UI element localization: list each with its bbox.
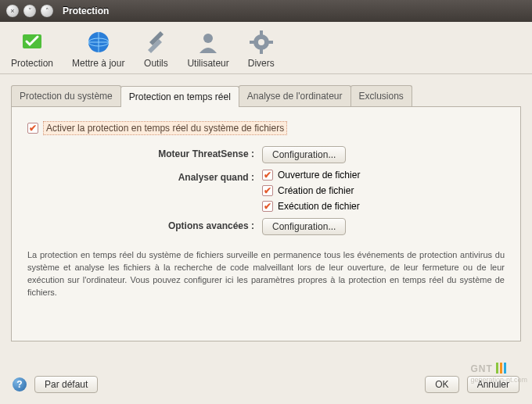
globe-icon — [86, 30, 111, 55]
toolbar-label: Mettre à jour — [72, 58, 124, 69]
advanced-options-label: Options avancées : — [27, 218, 262, 231]
tab-pane: ✔ Activer la protection en temps réel du… — [11, 107, 521, 341]
toolbar-user[interactable]: Utilisateur — [187, 30, 228, 69]
titlebar: × ˅ ˄ Protection — [0, 0, 532, 22]
toolbar-tools[interactable]: Outils — [143, 30, 168, 69]
user-icon — [196, 30, 221, 55]
toolbar-update[interactable]: Mettre à jour — [72, 30, 124, 69]
threatsense-config-button[interactable]: Configuration... — [262, 146, 346, 163]
tabstrip: Protection du système Protection en temp… — [11, 85, 521, 107]
tab-computer-scan[interactable]: Analyse de l'ordinateur — [239, 85, 351, 106]
advanced-config-button[interactable]: Configuration... — [262, 218, 346, 235]
threatsense-engine-label: Moteur ThreatSense : — [27, 146, 262, 159]
tab-system-protection[interactable]: Protection du système — [11, 85, 121, 106]
svg-rect-6 — [260, 30, 263, 35]
enable-realtime-checkbox[interactable]: ✔ — [27, 123, 38, 134]
default-button[interactable]: Par défaut — [34, 376, 98, 393]
maximize-icon[interactable]: ˄ — [41, 5, 53, 17]
ok-button[interactable]: OK — [425, 376, 458, 393]
help-icon[interactable]: ? — [13, 377, 27, 391]
toolbar: Protection Mettre à jour Outils Utilisat… — [0, 22, 532, 74]
toolbar-label: Utilisateur — [187, 58, 228, 69]
minimize-icon[interactable]: ˅ — [23, 5, 36, 17]
scan-on-execute-label: Exécution de fichier — [278, 201, 360, 212]
toolbar-label: Protection — [11, 58, 53, 69]
enable-realtime-label: Activer la protection en temps réel du s… — [43, 121, 287, 135]
svg-point-3 — [203, 34, 213, 43]
scan-on-open-label: Ouverture de fichier — [278, 170, 360, 181]
svg-rect-7 — [260, 49, 263, 54]
cancel-button[interactable]: Annuler — [467, 376, 519, 393]
toolbar-label: Divers — [248, 58, 275, 69]
svg-rect-8 — [250, 41, 254, 44]
scan-on-create-label: Création de fichier — [278, 185, 354, 196]
tools-icon — [143, 30, 168, 55]
footer: ? Par défaut OK Annuler — [0, 368, 532, 404]
tab-exclusions[interactable]: Exclusions — [350, 85, 412, 106]
scan-on-open-checkbox[interactable]: ✔ — [262, 170, 273, 181]
window-title: Protection — [63, 5, 109, 16]
description-text: La protection en temps réel du système d… — [27, 249, 505, 299]
scan-on-create-checkbox[interactable]: ✔ — [262, 185, 273, 196]
svg-rect-9 — [268, 41, 273, 44]
svg-point-5 — [258, 39, 264, 45]
toolbar-protection[interactable]: Protection — [11, 30, 53, 69]
scan-on-execute-checkbox[interactable]: ✔ — [262, 201, 273, 212]
tab-realtime-protection[interactable]: Protection en temps réel — [120, 86, 239, 107]
scan-when-label: Analyser quand : — [27, 170, 262, 183]
toolbar-misc[interactable]: Divers — [248, 30, 275, 69]
close-icon[interactable]: × — [6, 5, 19, 17]
gear-icon — [249, 30, 274, 55]
shield-check-icon — [20, 30, 45, 55]
toolbar-label: Outils — [144, 58, 168, 69]
